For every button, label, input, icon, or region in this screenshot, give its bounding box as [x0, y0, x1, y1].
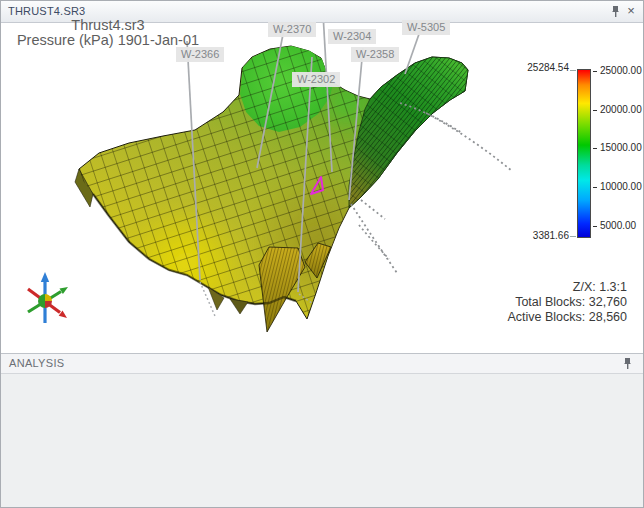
- analysis-title: ANALYSIS: [9, 357, 64, 369]
- close-icon[interactable]: ×: [624, 3, 638, 19]
- total-blocks: Total Blocks: 32,760: [507, 295, 627, 310]
- axis-triad-icon[interactable]: [28, 272, 68, 323]
- well-label-w2366[interactable]: W-2366: [176, 47, 224, 62]
- well-label-w2370[interactable]: W-2370: [268, 22, 316, 37]
- well-label-w2302[interactable]: W-2302: [292, 72, 340, 87]
- zx-ratio: Z/X: 1.3:1: [507, 280, 627, 295]
- grid-info: Z/X: 1.3:1 Total Blocks: 32,760 Active B…: [507, 280, 627, 325]
- colorbar-tick-mark: [593, 71, 597, 72]
- colorbar-max-value: 25284.54: [527, 62, 569, 73]
- pin-icon[interactable]: [609, 5, 622, 19]
- application-window: THRUST4.SR3 ×: [0, 0, 644, 508]
- colorbar-tick-label: 20000.00: [600, 104, 642, 115]
- colorbar-tick-mark: [593, 110, 597, 111]
- dataset-name: Thrust4.sr3: [9, 18, 207, 33]
- well-label-w2304[interactable]: W-2304: [328, 29, 376, 44]
- colorbar-tick-mark: [593, 148, 597, 149]
- window-title: THRUST4.SR3: [8, 5, 85, 17]
- colorbar-tick-mark: [593, 187, 597, 188]
- well-label-w2358[interactable]: W-2358: [351, 47, 399, 62]
- analysis-titlebar: ANALYSIS: [1, 353, 643, 374]
- analysis-pin-icon[interactable]: [621, 357, 634, 371]
- viewport-caption: Thrust4.sr3 Pressure (kPa) 1901-Jan-01: [9, 18, 207, 48]
- colorbar-max-leader: [570, 70, 576, 71]
- colorbar-tick-mark: [593, 226, 597, 227]
- colorbar-min-value: 3381.66: [533, 230, 569, 241]
- active-blocks: Active Blocks: 28,560: [507, 310, 627, 325]
- analysis-panel: Add Filter ✓ Custom Slab (10:30, 20:40, …: [1, 374, 644, 508]
- colorbar-tick-label: 15000.00: [600, 142, 642, 153]
- colorbar-tick-label: 25000.00: [600, 65, 642, 76]
- colorbar[interactable]: [577, 69, 591, 238]
- colorbar-tick-label: 10000.00: [600, 181, 642, 192]
- well-label-w5305[interactable]: W-5305: [402, 20, 450, 35]
- colorbar-min-leader: [570, 236, 576, 237]
- colorbar-tick-label: 5000.00: [600, 220, 636, 231]
- property-and-date: Pressure (kPa) 1901-Jan-01: [9, 33, 207, 48]
